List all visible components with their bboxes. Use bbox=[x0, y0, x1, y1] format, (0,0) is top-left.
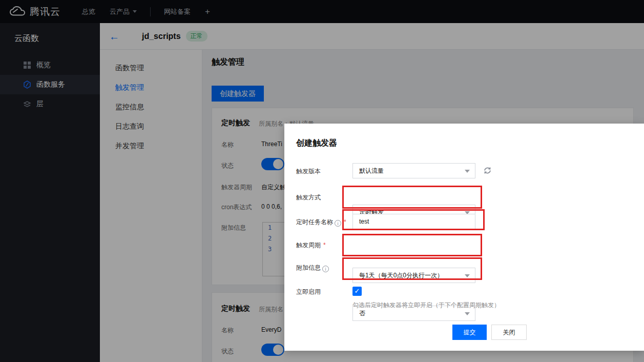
selected-value: 每1天（每天0点0分执行一次） bbox=[359, 271, 443, 280]
field-label-trigger-version: 触发版本 bbox=[296, 167, 321, 176]
highlight-box-trigger-period bbox=[342, 234, 482, 256]
dialog-title: 创建触发器 bbox=[296, 138, 337, 149]
chevron-down-icon bbox=[465, 274, 470, 277]
refresh-icon[interactable] bbox=[483, 166, 492, 175]
field-label-enable-now: 立即启用 bbox=[296, 288, 321, 296]
info-icon[interactable]: i bbox=[322, 266, 329, 272]
info-icon[interactable]: i bbox=[335, 220, 341, 227]
selected-value: 否 bbox=[359, 309, 365, 318]
required-asterisk: * bbox=[323, 242, 326, 249]
field-label-trigger-mode: 触发方式 bbox=[296, 193, 321, 202]
field-label-task-name: 定时任务名称i* bbox=[296, 218, 346, 227]
chevron-down-icon bbox=[465, 170, 470, 173]
create-trigger-dialog: 创建触发器 触发版本 默认流量 触发方式 定时触发 定时任务名称i* 触发周期*… bbox=[284, 124, 644, 351]
field-label-trigger-period: 触发周期* bbox=[296, 241, 326, 250]
required-asterisk: * bbox=[344, 218, 346, 226]
selected-value: 默认流量 bbox=[359, 167, 384, 175]
task-name-input[interactable] bbox=[352, 214, 475, 229]
trigger-period-select[interactable]: 每1天（每天0点0分执行一次） bbox=[352, 268, 475, 283]
enable-now-note: 勾选后定时触发器将立即开启（于下个配置周期触发） bbox=[352, 301, 500, 310]
enable-now-checkbox[interactable]: ✓ bbox=[352, 287, 362, 296]
submit-button[interactable]: 提交 bbox=[452, 325, 487, 340]
chevron-down-icon bbox=[465, 312, 470, 315]
close-button[interactable]: 关闭 bbox=[491, 325, 527, 340]
trigger-version-select[interactable]: 默认流量 bbox=[352, 163, 475, 178]
field-label-extra-info: 附加信息i bbox=[296, 264, 329, 272]
